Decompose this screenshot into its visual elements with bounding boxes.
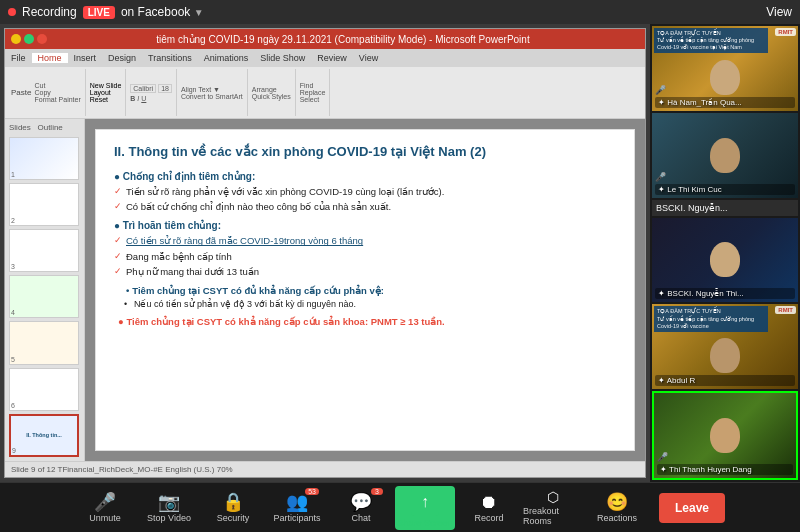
ppt-tab-view[interactable]: View [353,53,384,63]
security-icon: 🔒 [222,493,244,511]
stop-video-button[interactable]: 📷 Stop Video [139,486,199,530]
highlight-1: Tiêm chủng tại CSYT có đủ khả năng cấp c… [114,285,616,296]
slide-content-area: II. Thông tin về các vắc xin phòng COVID… [95,129,635,451]
bscki-label: BSCKI. Nguyễn... [652,200,798,216]
chat-button[interactable]: 💬 Chat 3 [331,486,391,530]
new-slide-btn[interactable]: New Slide [90,82,122,89]
participant-name-5: ✦ Thi Thanh Huyen Dang [657,464,793,475]
stop-video-label: Stop Video [147,513,191,523]
leave-button[interactable]: Leave [659,493,725,523]
logo-overlay-4: RMIT [775,306,796,314]
font-name-dropdown[interactable]: Calibri [130,84,156,93]
bold-btn[interactable]: B [130,95,135,102]
ppt-font-group: Calibri 18 B I U [130,69,177,116]
slide-thumb-4[interactable]: 4 [9,275,79,318]
mic-off-icon-2: 🎤 [655,172,666,182]
chat-label: Chat [351,513,370,523]
participant-card-2: 🎤 ✦ Le Thi Kim Cuc [652,113,798,198]
on-facebook-label: on Facebook ▼ [121,5,204,19]
font-size-dropdown[interactable]: 18 [158,84,172,93]
participant-card-4: TỌA ĐÀM TRỰC TUYẾNTư vấn về tiếp cận tăn… [652,304,798,389]
layout-btn[interactable]: Layout [90,89,122,96]
highlight-2: ● Tiêm chủng tại CSYT có khả năng cấp cứ… [114,316,616,327]
record-label: Record [474,513,503,523]
ppt-maximize-btn[interactable] [24,34,34,44]
paste-btn[interactable]: Paste [9,87,33,98]
ppt-tab-insert[interactable]: Insert [68,53,103,63]
participants-button[interactable]: 👥 Participants 53 [267,486,327,530]
ppt-status-text: Slide 9 of 12 TFinancial_RichDeck_MO-#E … [11,465,233,474]
cut-btn[interactable]: Cut [34,82,80,89]
breakout-button[interactable]: ⬡ Breakout Rooms [523,486,583,530]
chat-badge: 3 [371,488,383,495]
reactions-button[interactable]: 😊 Reactions [587,486,647,530]
ppt-tabs: File Home Insert Design Transitions Anim… [5,49,645,67]
ppt-close-btn[interactable] [37,34,47,44]
reset-btn[interactable]: Reset [90,96,122,103]
logo-overlay-1: RMIT [775,28,796,36]
ppt-drawing-group: Arrange Quick Styles [252,69,296,116]
participant-card-1: TỌA ĐÀM TRỰC TUYẾNTư vấn về tiếp cận tăn… [652,26,798,111]
participant-name-3: ✦ BSCKI. Nguyễn Thi... [655,288,795,299]
underline-btn[interactable]: U [141,95,146,102]
bscki-label-text: BSCKI. Nguyễn... [656,203,728,213]
slide-main: II. Thông tin về các vắc xin phòng COVID… [85,119,645,461]
ppt-win-controls [11,34,47,44]
participants-label: Participants [273,513,320,523]
mic-off-icon-1: 🎤 [655,85,666,95]
slide-thumb-5[interactable]: 5 [9,321,79,364]
live-badge: LIVE [83,6,115,19]
ppt-toolbar: Paste Cut Copy Format Painter New Slide … [5,67,645,118]
unmute-icon: 🎤 [94,493,116,511]
italic-btn[interactable]: I [137,95,139,102]
main-content: tiêm chủng COVID-19 ngày 29.11.2021 (Com… [0,24,800,482]
ppt-minimize-btn[interactable] [11,34,21,44]
breakout-icon: ⬡ [547,490,559,504]
slide-thumb-9[interactable]: II. Thông tin... 9 [9,414,79,457]
conf-overlay-4: TỌA ĐÀM TRỰC TUYẾNTư vấn về tiếp cận tăn… [654,306,768,331]
slide-thumb-6[interactable]: 6 [9,368,79,411]
unmute-label: Unmute [89,513,121,523]
share-screen-button[interactable]: ↑ Share Screen [395,486,455,530]
ppt-tab-animations[interactable]: Animations [198,53,255,63]
participant-face-1 [710,60,740,95]
slide-thumb-3[interactable]: 3 [9,229,79,272]
participants-icon: 👥 [286,493,308,511]
participant-name-4: ✦ Abdul R [655,375,795,386]
slide-section-3: Tiêm chủng tại CSYT có đủ khả năng cấp c… [114,285,616,309]
left-panel: tiêm chủng COVID-19 ngày 29.11.2021 (Com… [0,24,650,482]
recording-label: Recording [22,5,77,19]
ppt-tab-review[interactable]: Review [311,53,353,63]
ppt-paragraph-group: Align Text ▼ Convert to SmartArt [181,69,248,116]
top-bar: Recording LIVE on Facebook ▼ View [0,0,800,24]
slide-panel: Slides Outline 1 2 3 [5,119,85,461]
ppt-tab-home[interactable]: Home [32,53,68,63]
ppt-tab-design[interactable]: Design [102,53,142,63]
view-button[interactable]: View [766,5,792,19]
participants-badge: 53 [305,488,319,495]
slide-thumb-2[interactable]: 2 [9,183,79,226]
unmute-button[interactable]: 🎤 Unmute [75,486,135,530]
powerpoint-window: tiêm chủng COVID-19 ngày 29.11.2021 (Com… [4,28,646,478]
section-2-bullet-3: Phụ nữ mang thai dưới 13 tuần [114,265,616,278]
security-button[interactable]: 🔒 Security [203,486,263,530]
stop-video-icon: 📷 [158,493,180,511]
ppt-editing-group: Find Replace Select [300,69,331,116]
slide-title: II. Thông tin về các vắc xin phòng COVID… [114,144,616,161]
mic-off-icon-5: 🎤 [657,452,668,462]
record-button[interactable]: ⏺ Record [459,486,519,530]
section-2-title: ● Trì hoãn tiêm chủng: [114,220,616,231]
chat-icon: 💬 [350,493,372,511]
participant-face-2 [710,138,740,173]
sub-bullet-1: Nếu có tiền sử phản vệ độ 3 với bất kỳ d… [114,299,616,309]
format-painter-btn[interactable]: Format Painter [34,96,80,103]
copy-btn[interactable]: Copy [34,89,80,96]
ppt-tab-file[interactable]: File [5,53,32,63]
slide-thumb-1[interactable]: 1 [9,137,79,180]
section-2-bullet-2: Đang mắc bệnh cấp tính [114,250,616,263]
ppt-tab-transitions[interactable]: Transitions [142,53,198,63]
ppt-title: tiêm chủng COVID-19 ngày 29.11.2021 (Com… [47,34,639,45]
ppt-clipboard-group: Paste Cut Copy Format Painter [9,69,86,116]
slide-section-4: ● Tiêm chủng tại CSYT có khả năng cấp cứ… [114,316,616,327]
ppt-tab-slideshow[interactable]: Slide Show [254,53,311,63]
